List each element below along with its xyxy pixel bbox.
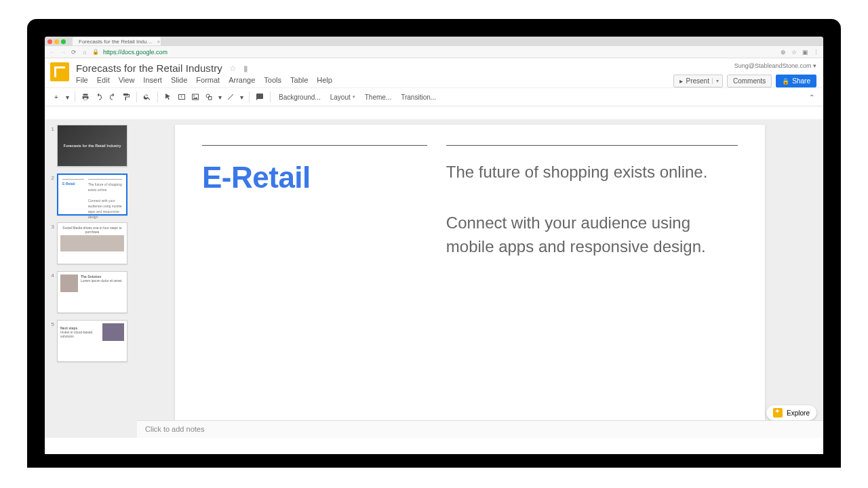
print-icon[interactable] <box>79 91 92 103</box>
star-icon[interactable]: ☆ <box>791 49 797 56</box>
thumb-3[interactable]: 3 Social Media drives one in four steps … <box>49 222 133 264</box>
account-label[interactable]: Sung@StableandStone.com ▾ <box>734 62 816 69</box>
close-tab-icon[interactable]: × <box>157 39 161 45</box>
theme-button[interactable]: Theme... <box>361 94 395 101</box>
paint-format-icon[interactable] <box>120 91 132 103</box>
secure-lock-icon: 🔒 <box>92 49 99 55</box>
transition-button[interactable]: Transition... <box>397 94 440 101</box>
menu-help[interactable]: Help <box>317 76 332 84</box>
svg-text:T: T <box>180 95 182 99</box>
screen: Forecasts for the Retail Indu… × ← → ⟳ ⌂… <box>45 37 823 454</box>
zoom-icon[interactable] <box>141 91 153 103</box>
redo-icon[interactable] <box>106 91 119 103</box>
forward-icon[interactable]: → <box>60 49 66 56</box>
slide-paragraph-2[interactable]: Connect with your audience using mobile … <box>446 211 738 259</box>
toolbar: + ▾ <box>45 87 823 106</box>
share-button[interactable]: 🔒 Share <box>776 75 816 87</box>
close-window-icon[interactable] <box>47 39 52 44</box>
current-slide[interactable]: E-Retail The future of shopping exists o… <box>175 125 765 438</box>
back-icon[interactable]: ← <box>49 49 56 56</box>
explore-label: Explore <box>787 409 810 417</box>
zoom-icon[interactable]: ⊕ <box>780 49 787 56</box>
menu-tools[interactable]: Tools <box>264 76 281 84</box>
canvas-area[interactable]: E-Retail The future of shopping exists o… <box>137 119 823 438</box>
thumb-index: 1 <box>49 125 57 167</box>
explore-icon <box>773 408 783 418</box>
browser-menu-icon[interactable]: ⋮ <box>812 49 819 56</box>
collapse-toolbar-icon[interactable]: ⌃ <box>806 91 818 103</box>
svg-line-6 <box>228 94 233 100</box>
shape-caret-icon[interactable]: ▾ <box>216 91 223 103</box>
svg-point-4 <box>206 94 210 98</box>
menu-insert[interactable]: Insert <box>143 76 162 84</box>
present-button[interactable]: ▸ Present ▾ <box>673 75 722 87</box>
extension-icon[interactable]: ▣ <box>802 49 808 56</box>
url-text[interactable]: https://docs.google.com <box>103 49 167 56</box>
thumb-index: 5 <box>49 320 57 362</box>
slide-title[interactable]: E-Retail <box>202 161 427 195</box>
document-title[interactable]: Forecasts for the Retail Industry <box>76 62 222 74</box>
editor-body: 1 Forecasts for the Retail Industry 2 E-… <box>45 119 823 438</box>
move-folder-icon[interactable]: ▮ <box>243 64 248 73</box>
menu-slide[interactable]: Slide <box>171 76 187 84</box>
layout-button[interactable]: Layout▾ <box>326 94 359 101</box>
thumb-slide[interactable]: Forecasts for the Retail Industry <box>57 125 127 167</box>
thumb-5[interactable]: 5 Next stepsInvest in cloud-based soluti… <box>49 320 133 362</box>
present-caret-icon[interactable]: ▾ <box>712 78 722 84</box>
share-label: Share <box>792 77 810 85</box>
browser-tab-strip: Forecasts for the Retail Indu… × <box>45 37 823 46</box>
thumb-index: 4 <box>49 271 57 313</box>
menu-arrange[interactable]: Arrange <box>229 76 255 84</box>
thumb-2[interactable]: 2 E-Retail The future of shopping exists… <box>49 174 133 216</box>
thumb-index: 2 <box>49 174 57 216</box>
thumb-1[interactable]: 1 Forecasts for the Retail Industry <box>49 125 133 167</box>
background-button[interactable]: Background... <box>275 94 325 101</box>
slides-logo-icon[interactable] <box>50 62 69 81</box>
app-header: Forecasts for the Retail Industry ☆ ▮ Fi… <box>45 58 823 87</box>
menu-view[interactable]: View <box>119 76 135 84</box>
menu-bar: File Edit View Insert Slide Format Arran… <box>76 76 673 84</box>
thumb-slide-selected[interactable]: E-Retail The future of shopping exists o… <box>57 174 127 216</box>
textbox-icon[interactable]: T <box>176 91 188 103</box>
home-icon[interactable]: ⌂ <box>81 49 88 56</box>
star-doc-icon[interactable]: ☆ <box>229 64 237 73</box>
minimize-window-icon[interactable] <box>54 39 59 44</box>
new-slide-caret-icon[interactable]: ▾ <box>64 91 71 103</box>
menu-table[interactable]: Table <box>290 76 308 84</box>
present-label: Present <box>686 77 709 85</box>
slides-app: Forecasts for the Retail Industry ☆ ▮ Fi… <box>45 58 823 454</box>
menu-format[interactable]: Format <box>196 76 220 84</box>
menu-file[interactable]: File <box>76 76 88 84</box>
present-icon: ▸ <box>679 77 683 85</box>
browser-tab[interactable]: Forecasts for the Retail Indu… × <box>73 37 161 45</box>
thumb-slide[interactable]: Next stepsInvest in cloud-based solution… <box>57 320 127 362</box>
thumb-4[interactable]: 4 The SolutionLorem ipsum dolor sit amet <box>49 271 133 313</box>
thumb-slide[interactable]: Social Media drives one in four steps to… <box>57 222 127 264</box>
lock-icon: 🔒 <box>782 78 789 85</box>
reload-icon[interactable]: ⟳ <box>71 49 77 56</box>
browser-address-bar: ← → ⟳ ⌂ 🔒 https://docs.google.com ⊕ ☆ ▣ … <box>45 46 823 58</box>
thumb-index: 3 <box>49 222 57 264</box>
tab-title: Forecasts for the Retail Indu… <box>79 39 153 45</box>
menu-edit[interactable]: Edit <box>97 76 110 84</box>
maximize-window-icon[interactable] <box>61 39 66 44</box>
thumb-slide[interactable]: The SolutionLorem ipsum dolor sit amet <box>57 271 127 313</box>
line-caret-icon[interactable]: ▾ <box>238 91 245 103</box>
speaker-notes[interactable]: Click to add notes <box>137 420 823 438</box>
explore-button[interactable]: Explore <box>766 405 816 420</box>
filmstrip[interactable]: 1 Forecasts for the Retail Industry 2 E-… <box>45 119 137 438</box>
select-tool-icon[interactable] <box>162 91 174 103</box>
slide-paragraph-1[interactable]: The future of shopping exists online. <box>446 161 738 184</box>
laptop-frame: Forecasts for the Retail Indu… × ← → ⟳ ⌂… <box>27 19 841 468</box>
comment-icon[interactable] <box>254 91 266 103</box>
comments-button[interactable]: Comments <box>727 75 772 87</box>
svg-point-3 <box>193 96 195 97</box>
undo-icon[interactable] <box>93 91 105 103</box>
new-slide-icon[interactable]: + <box>50 91 62 103</box>
shape-icon[interactable] <box>203 91 215 103</box>
line-icon[interactable] <box>224 91 237 103</box>
window-controls[interactable] <box>47 39 66 44</box>
image-icon[interactable] <box>189 91 201 103</box>
